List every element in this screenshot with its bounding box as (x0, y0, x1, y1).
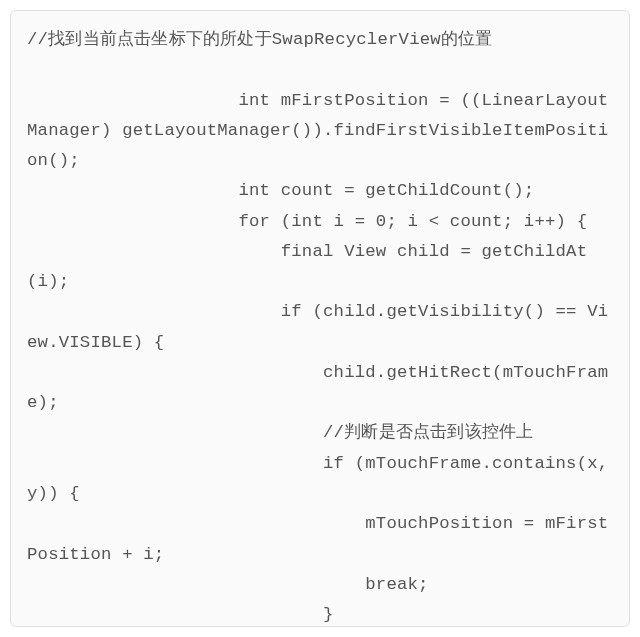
code-block: //找到当前点击坐标下的所处于SwapRecyclerView的位置 int m… (10, 10, 630, 627)
code-content: //找到当前点击坐标下的所处于SwapRecyclerView的位置 int m… (27, 25, 613, 627)
